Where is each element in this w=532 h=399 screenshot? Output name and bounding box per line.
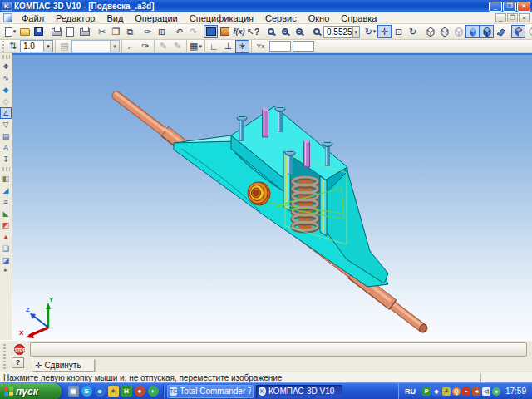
hidden-lines-button[interactable] bbox=[437, 25, 451, 38]
tray-volume2-icon[interactable]: ◄ bbox=[472, 387, 480, 396]
extrude-button[interactable]: ◧ bbox=[0, 173, 12, 185]
hole-button[interactable]: ❏ bbox=[0, 243, 12, 254]
layer-combo[interactable]: ▾ bbox=[71, 40, 120, 52]
zoom-selected-button[interactable] bbox=[309, 25, 323, 38]
perpendicular-button[interactable]: ⊥ bbox=[221, 40, 235, 53]
copy-properties-button[interactable]: ✑ bbox=[140, 25, 155, 38]
snap-button[interactable]: ∗ bbox=[235, 40, 249, 53]
specification-button[interactable]: ▤ bbox=[0, 131, 12, 142]
bushing-part[interactable] bbox=[248, 182, 270, 205]
measure-button[interactable]: ∠ bbox=[0, 107, 12, 119]
copy-properties2-button[interactable]: ✑ bbox=[138, 40, 152, 53]
refresh-image-button[interactable]: ⊡ bbox=[392, 25, 406, 38]
wireframe-button[interactable] bbox=[423, 25, 437, 38]
paste-button[interactable]: ⧉ bbox=[123, 25, 137, 38]
tray-punto-icon[interactable]: P bbox=[422, 387, 431, 396]
panel-grip[interactable] bbox=[2, 55, 10, 59]
child-minimize-button[interactable]: _ bbox=[495, 13, 506, 22]
shaded-edges-button[interactable] bbox=[480, 25, 494, 38]
tab-move[interactable]: ✛ Сдвинуть bbox=[32, 359, 95, 372]
panel-expand-arrow[interactable]: ▸ bbox=[4, 267, 7, 273]
tray-signal-icon[interactable]: ᚋ bbox=[442, 387, 451, 396]
design-elements-button[interactable]: ↧ bbox=[0, 154, 12, 165]
bracket-part[interactable] bbox=[174, 106, 388, 287]
tray-volume-icon[interactable]: ◁ bbox=[482, 387, 490, 396]
tray-update-icon[interactable]: Q bbox=[452, 387, 461, 396]
print-preview-button[interactable] bbox=[63, 25, 77, 38]
revolve-button[interactable]: ◢ bbox=[0, 185, 12, 196]
language-indicator[interactable]: RU bbox=[402, 387, 418, 397]
tray-network-icon[interactable]: ◆ bbox=[432, 387, 441, 396]
model-3d-view[interactable]: Y Z X bbox=[12, 55, 532, 340]
edit-part-button[interactable]: ❖ bbox=[0, 61, 12, 72]
task-total-commander[interactable]: TC Total Commander 7.0... bbox=[167, 385, 254, 398]
print-button[interactable] bbox=[49, 25, 63, 38]
open-button[interactable] bbox=[17, 25, 32, 38]
reports-button[interactable]: A bbox=[0, 142, 12, 154]
save-button[interactable] bbox=[32, 25, 46, 38]
zoom-in-button[interactable]: + bbox=[278, 25, 292, 38]
menu-window[interactable]: Окно bbox=[303, 12, 336, 24]
sweep-button[interactable]: ◣ bbox=[0, 208, 12, 219]
property-help-button[interactable]: ? bbox=[12, 357, 24, 368]
task-kompas[interactable]: K КОМПАС-3D V10 - [П... bbox=[256, 385, 342, 398]
zoom-window-button[interactable] bbox=[264, 25, 278, 38]
orientation-button[interactable]: ↻▾ bbox=[363, 25, 377, 38]
loft-button[interactable]: ≡ bbox=[0, 196, 12, 208]
shaded-button[interactable] bbox=[466, 25, 480, 38]
redo-button[interactable]: ↷ bbox=[186, 25, 200, 38]
menu-file[interactable]: Файл bbox=[16, 12, 50, 24]
menu-help[interactable]: Справка bbox=[335, 12, 382, 24]
simplified-button[interactable] bbox=[525, 25, 532, 38]
undo-button[interactable]: ↶ bbox=[172, 25, 186, 38]
key-app-icon[interactable]: ✦ bbox=[108, 386, 119, 397]
new-document-button[interactable]: ▾ bbox=[3, 25, 17, 38]
coord-x-field[interactable] bbox=[293, 41, 314, 52]
context-help-button[interactable]: ↖? bbox=[246, 25, 260, 38]
menu-editor[interactable]: Редактор bbox=[50, 12, 101, 24]
ortho-mode-button[interactable]: ∟ bbox=[207, 40, 221, 53]
model-viewport[interactable]: Y Z X bbox=[12, 53, 532, 340]
layers-button[interactable]: ▤ bbox=[57, 40, 71, 53]
start-button[interactable]: пуск bbox=[0, 383, 62, 399]
perspective-button[interactable] bbox=[494, 25, 508, 38]
menu-service[interactable]: Сервис bbox=[259, 12, 303, 24]
minimize-button[interactable]: _ bbox=[489, 2, 502, 12]
send-button[interactable] bbox=[77, 25, 91, 38]
surfaces-button[interactable]: ◆ bbox=[0, 84, 12, 96]
combo-arrow-icon[interactable]: ▾ bbox=[352, 27, 359, 37]
zoom-out-button[interactable]: − bbox=[292, 25, 306, 38]
zoom-scale-combo[interactable]: 0.5525 ▾ bbox=[323, 26, 360, 38]
app1-icon[interactable]: ● bbox=[135, 386, 145, 397]
browser-icon[interactable]: e bbox=[95, 386, 106, 397]
cut-button[interactable]: ✂ bbox=[95, 25, 109, 38]
functions-button[interactable]: f(x) bbox=[232, 25, 246, 38]
child-close-button[interactable]: × bbox=[519, 13, 530, 22]
property-bar-grip[interactable] bbox=[3, 344, 6, 369]
skype-icon[interactable]: S bbox=[81, 386, 92, 397]
local-cs-button[interactable]: ⌐ bbox=[124, 40, 138, 53]
current-step-button[interactable]: ⇅ bbox=[6, 40, 20, 53]
child-restore-button[interactable]: ❐ bbox=[507, 13, 518, 22]
pan-button[interactable]: ✛ bbox=[377, 25, 392, 38]
filters-button[interactable]: ▽ bbox=[0, 119, 12, 131]
taskbar-clock[interactable]: 17:59 bbox=[505, 387, 526, 396]
hidden-thin-button[interactable] bbox=[451, 25, 466, 38]
document-icon[interactable] bbox=[3, 13, 12, 22]
close-button[interactable]: ✕ bbox=[517, 2, 530, 12]
aux-geometry-button[interactable]: ◇ bbox=[0, 96, 12, 107]
spreadsheet-button[interactable]: ⊞ bbox=[155, 25, 169, 38]
copy-button[interactable]: ❐ bbox=[109, 25, 123, 38]
combo-arrow-icon[interactable]: ▾ bbox=[43, 41, 52, 52]
show-desktop-icon[interactable]: ▣ bbox=[68, 386, 79, 397]
coordinates-button[interactable]: Yx bbox=[254, 40, 268, 53]
toolbar-grip[interactable] bbox=[2, 41, 4, 52]
punto-icon[interactable]: H bbox=[121, 386, 132, 397]
rotate-model-button[interactable]: ↻ bbox=[406, 25, 420, 38]
step-combo[interactable]: 1.0 ▾ bbox=[20, 40, 53, 52]
menu-operations[interactable]: Операции bbox=[129, 12, 183, 24]
fillet-button[interactable]: ▲ bbox=[0, 231, 12, 243]
app2-icon[interactable]: ◗ bbox=[148, 386, 159, 397]
coord-y-field[interactable] bbox=[269, 41, 291, 52]
cut-extrude-button[interactable]: ◩ bbox=[0, 219, 12, 231]
